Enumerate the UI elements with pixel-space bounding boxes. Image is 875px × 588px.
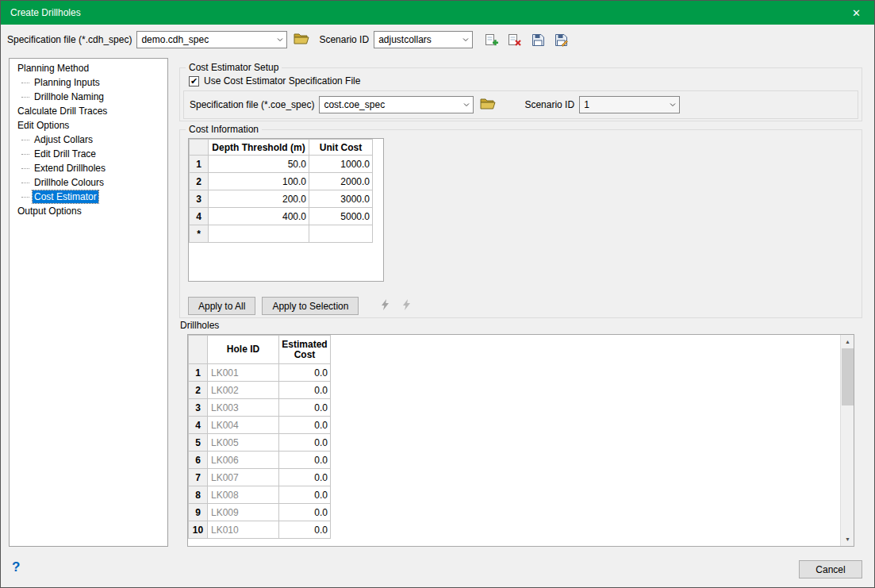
depth-threshold-cell[interactable]: 200.0 — [209, 190, 309, 208]
coe-scenario-id-combobox[interactable]: 1 — [579, 96, 680, 113]
drillholes-table-row: 5LK0050.0 — [189, 434, 331, 452]
row-header[interactable]: 4 — [189, 417, 208, 434]
drillholes-table-row: 7LK0070.0 — [189, 469, 331, 486]
row-header[interactable]: 9 — [189, 504, 208, 521]
row-header[interactable]: 8 — [189, 486, 208, 504]
row-header[interactable]: 10 — [189, 521, 208, 539]
estimated-cost-cell[interactable]: 0.0 — [279, 486, 331, 504]
column-header-depth[interactable]: Depth Threshold (m) — [209, 140, 309, 156]
scroll-down-icon[interactable]: ▼ — [841, 532, 854, 546]
estimated-cost-cell[interactable]: 0.0 — [279, 382, 331, 399]
hole-id-cell[interactable]: LK003 — [208, 399, 279, 417]
save-scenario-icon[interactable] — [528, 31, 547, 48]
tree-item-label: Extend Drillholes — [33, 162, 107, 175]
row-header[interactable]: 3 — [189, 399, 208, 417]
scroll-up-icon[interactable]: ▲ — [841, 335, 854, 348]
add-scenario-icon[interactable] — [482, 31, 501, 48]
tree-item-label: Planning Method — [16, 62, 90, 75]
row-header[interactable]: 2 — [189, 382, 208, 399]
estimated-cost-cell[interactable]: 0.0 — [279, 434, 331, 452]
save-scenario-as-icon[interactable] — [551, 31, 570, 48]
hole-id-cell[interactable]: LK005 — [208, 434, 279, 452]
tree-item-output-options[interactable]: Output Options — [10, 204, 167, 218]
hole-id-cell[interactable]: LK010 — [208, 521, 279, 539]
tree-item-label: Cost Estimator — [33, 190, 98, 203]
drillholes-table-row: 3LK0030.0 — [189, 399, 331, 417]
vertical-scrollbar[interactable]: ▲ ▼ — [840, 335, 854, 546]
chevron-down-icon[interactable] — [459, 32, 472, 48]
drillholes-table-row: 2LK0020.0 — [189, 382, 331, 399]
hole-id-cell[interactable]: LK009 — [208, 504, 279, 521]
depth-threshold-cell[interactable]: 400.0 — [209, 208, 309, 225]
estimated-cost-cell[interactable]: 0.0 — [279, 504, 331, 521]
help-icon[interactable]: ? — [12, 559, 20, 575]
chevron-down-icon[interactable] — [273, 32, 286, 48]
tree-item-calculate-drill-traces[interactable]: Calculate Drill Traces — [10, 104, 167, 118]
unit-cost-cell[interactable]: 2000.0 — [309, 173, 373, 190]
hole-id-cell[interactable]: LK008 — [208, 486, 279, 504]
apply-to-selection-button[interactable]: Apply to Selection — [262, 297, 359, 315]
cost-table-row: 2100.02000.0 — [190, 173, 373, 190]
column-header-hole-id[interactable]: Hole ID — [208, 336, 279, 364]
chevron-down-icon[interactable] — [666, 97, 679, 113]
hole-id-cell[interactable]: LK004 — [208, 417, 279, 434]
tree-item-drillhole-naming[interactable]: Drillhole Naming — [10, 90, 167, 104]
tree-item-drillhole-colours[interactable]: Drillhole Colours — [10, 175, 167, 190]
estimated-cost-cell[interactable]: 0.0 — [279, 521, 331, 539]
cancel-button[interactable]: Cancel — [799, 560, 862, 578]
scrollbar-thumb[interactable] — [842, 348, 854, 405]
unit-cost-cell[interactable]: 3000.0 — [309, 190, 373, 208]
column-header-estimated-cost[interactable]: Estimated Cost — [279, 336, 331, 364]
tree-item-planning-method[interactable]: Planning Method — [10, 61, 167, 75]
estimated-cost-cell[interactable]: 0.0 — [279, 417, 331, 434]
row-header[interactable]: * — [190, 225, 209, 243]
cost-table-row: 3200.03000.0 — [190, 190, 373, 208]
cost-table: Depth Threshold (m) Unit Cost 150.01000.… — [189, 139, 373, 243]
apply-to-all-button[interactable]: Apply to All — [188, 297, 255, 315]
browse-folder-button[interactable] — [292, 31, 311, 48]
unit-cost-cell[interactable] — [309, 225, 373, 243]
spec-file-combobox[interactable]: demo.cdh_spec — [136, 31, 287, 48]
row-header[interactable]: 5 — [189, 434, 208, 452]
unit-cost-cell[interactable]: 1000.0 — [309, 156, 373, 173]
title-bar: Create Drillholes ✕ — [1, 1, 874, 25]
estimated-cost-cell[interactable]: 0.0 — [279, 452, 331, 469]
tree-item-planning-inputs[interactable]: Planning Inputs — [10, 75, 167, 90]
column-header-unit-cost[interactable]: Unit Cost — [309, 140, 373, 156]
depth-threshold-cell[interactable] — [209, 225, 309, 243]
tree-item-edit-drill-trace[interactable]: Edit Drill Trace — [10, 147, 167, 161]
estimated-cost-cell[interactable]: 0.0 — [279, 469, 331, 486]
estimated-cost-cell[interactable]: 0.0 — [279, 399, 331, 417]
tree-item-extend-drillholes[interactable]: Extend Drillholes — [10, 161, 167, 175]
scenario-id-combobox[interactable]: adjustcollars — [374, 31, 473, 48]
spec-file-label: Specification file (*.cdh_spec) — [7, 34, 132, 45]
checkbox-check-icon[interactable]: ✔ — [189, 76, 199, 86]
tree-item-edit-options[interactable]: Edit Options — [10, 118, 167, 133]
drillholes-table-row: 9LK0090.0 — [189, 504, 331, 521]
row-header[interactable]: 4 — [190, 208, 209, 225]
tree-item-adjust-collars[interactable]: Adjust Collars — [10, 133, 167, 147]
chevron-down-icon[interactable] — [459, 97, 473, 113]
hole-id-cell[interactable]: LK007 — [208, 469, 279, 486]
tree-item-cost-estimator[interactable]: Cost Estimator — [10, 190, 167, 204]
depth-threshold-cell[interactable]: 100.0 — [209, 173, 309, 190]
depth-threshold-cell[interactable]: 50.0 — [209, 156, 309, 173]
delete-scenario-icon[interactable] — [505, 31, 524, 48]
use-spec-checkbox-row[interactable]: ✔ Use Cost Estimator Specification File — [189, 75, 360, 86]
hole-id-cell[interactable]: LK001 — [208, 364, 279, 382]
tree-item-label: Calculate Drill Traces — [16, 105, 109, 117]
hole-id-cell[interactable]: LK002 — [208, 382, 279, 399]
coe-browse-folder-button[interactable] — [478, 96, 497, 113]
row-header[interactable]: 1 — [189, 364, 208, 382]
coe-spec-file-combobox[interactable]: cost.coe_spec — [319, 96, 474, 113]
corner-cell — [190, 140, 209, 156]
row-header[interactable]: 1 — [190, 156, 209, 173]
close-icon[interactable]: ✕ — [839, 1, 874, 25]
hole-id-cell[interactable]: LK006 — [208, 452, 279, 469]
estimated-cost-cell[interactable]: 0.0 — [279, 364, 331, 382]
row-header[interactable]: 3 — [190, 190, 209, 208]
unit-cost-cell[interactable]: 5000.0 — [309, 208, 373, 225]
row-header[interactable]: 7 — [189, 469, 208, 486]
row-header[interactable]: 2 — [190, 173, 209, 190]
row-header[interactable]: 6 — [189, 452, 208, 469]
